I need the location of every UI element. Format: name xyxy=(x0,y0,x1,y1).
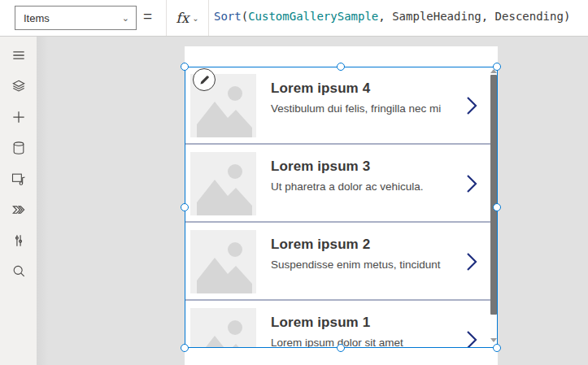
image-placeholder-icon xyxy=(190,230,256,293)
image-placeholder-icon xyxy=(190,308,256,348)
gallery-row-4[interactable]: Lorem ipsum 1 Lorem ipsum dolor sit amet xyxy=(185,301,498,348)
fx-icon: fx xyxy=(176,10,189,26)
resize-handle-bottom-right[interactable] xyxy=(493,344,501,352)
gallery-item-title: Lorem ipsum 1 xyxy=(271,315,370,331)
chevron-right-icon[interactable] xyxy=(465,330,478,348)
sidebar-item-menu[interactable] xyxy=(0,40,37,71)
gallery-item-title: Lorem ipsum 4 xyxy=(271,80,370,97)
edit-gallery-button[interactable] xyxy=(193,68,216,91)
gallery-item-subtitle: Suspendisse enim metus, tincidunt xyxy=(271,259,441,271)
resize-handle-middle-right[interactable] xyxy=(493,203,501,211)
resize-handle-top-right[interactable] xyxy=(493,63,501,71)
power-automate-icon xyxy=(11,202,27,218)
chevron-down-icon: ⌄ xyxy=(192,14,198,23)
gallery-row-3[interactable]: Lorem ipsum 2 Suspendisse enim metus, ti… xyxy=(185,223,498,301)
sidebar-item-insert[interactable] xyxy=(0,102,37,133)
resize-handle-top-left[interactable] xyxy=(181,63,189,71)
sidebar-item-search[interactable] xyxy=(0,256,37,287)
formula-bar: Items ⌄ = fx ⌄ Sort(CustomGallerySample,… xyxy=(0,0,588,37)
scrollbar-thumb[interactable] xyxy=(490,75,497,315)
resize-handle-middle-left[interactable] xyxy=(181,203,189,211)
advanced-tools-icon xyxy=(11,232,27,249)
pencil-icon xyxy=(198,74,211,86)
image-placeholder-icon xyxy=(190,152,256,215)
search-icon xyxy=(11,263,27,280)
gallery-item-title: Lorem ipsum 2 xyxy=(271,237,370,253)
fx-dropdown-button[interactable]: fx ⌄ xyxy=(166,0,209,36)
gallery-item-title: Lorem ipsum 3 xyxy=(271,159,370,175)
formula-token: Descending xyxy=(495,10,564,23)
plus-icon xyxy=(11,109,27,125)
formula-token: ( xyxy=(242,10,248,23)
resize-handle-bottom-left[interactable] xyxy=(181,344,189,352)
chevron-right-icon[interactable] xyxy=(465,174,478,193)
chevron-down-icon: ⌄ xyxy=(122,13,129,24)
property-selector-value: Items xyxy=(24,12,122,24)
property-selector-dropdown[interactable]: Items ⌄ xyxy=(15,6,137,30)
formula-token: , xyxy=(481,10,495,23)
gallery-item-subtitle: Ut pharetra a dolor ac vehicula. xyxy=(271,180,424,193)
sidebar-item-power-automate[interactable] xyxy=(0,194,37,225)
formula-token: CustomGallerySample xyxy=(248,10,378,23)
chevron-right-icon[interactable] xyxy=(465,96,478,115)
formula-token: SampleHeading xyxy=(392,10,481,23)
formula-input[interactable]: Sort(CustomGallerySample, SampleHeading,… xyxy=(214,10,570,23)
equals-sign: = xyxy=(143,7,152,25)
chevron-right-icon[interactable] xyxy=(465,252,478,272)
hamburger-menu-icon xyxy=(11,47,27,63)
gallery-row-1[interactable]: Lorem ipsum 4 Vestibulum dui felis, frin… xyxy=(185,67,498,145)
sidebar-item-tree-view[interactable] xyxy=(0,71,37,102)
resize-handle-top-middle[interactable] xyxy=(337,63,345,71)
gallery-control[interactable]: Lorem ipsum 4 Vestibulum dui felis, frin… xyxy=(185,67,498,348)
gallery-row-2[interactable]: Lorem ipsum 3 Ut pharetra a dolor ac veh… xyxy=(185,145,498,223)
scrollbar-down-arrow-icon[interactable] xyxy=(490,338,497,342)
formula-token: ) xyxy=(564,10,570,23)
formula-token: , xyxy=(378,10,392,23)
sidebar-item-data-sources[interactable] xyxy=(0,133,37,163)
tree-view-icon xyxy=(11,78,27,94)
left-navigation-rail xyxy=(0,37,37,365)
sidebar-item-advanced-tools[interactable] xyxy=(0,225,37,256)
sidebar-item-media[interactable] xyxy=(0,163,37,194)
gallery-item-subtitle: Vestibulum dui felis, fringilla nec mi xyxy=(271,102,441,115)
formula-token: Sort xyxy=(214,10,242,23)
media-icon xyxy=(11,171,27,187)
database-icon xyxy=(11,140,27,156)
resize-handle-bottom-middle[interactable] xyxy=(337,344,345,352)
